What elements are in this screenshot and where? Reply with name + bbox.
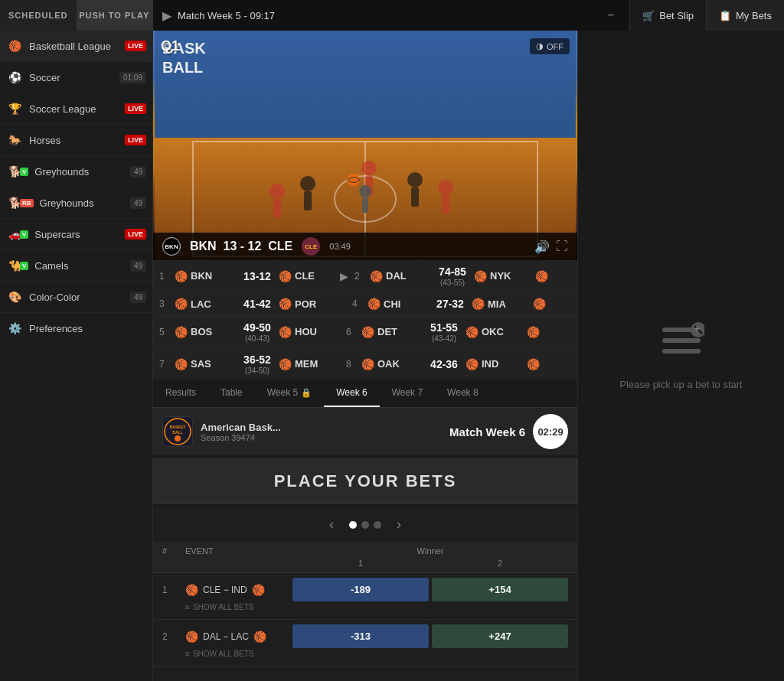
svg-point-24 (175, 435, 181, 442)
sidebar-item-soccer-league[interactable]: 🏆 Soccer League LIVE (0, 93, 152, 125)
sidebar-item-soccer[interactable]: ⚽ Soccer 01:09 (0, 62, 152, 93)
sidebar-item-preferences[interactable]: ⚙️ Preferences (0, 313, 152, 344)
play-icon: ▶ (162, 8, 172, 23)
svg-rect-26 (662, 338, 701, 343)
bet-row-2: 2 🏀 DAL − LAC 🏀 -313 +247 ≡ SHOW ALL BET… (153, 620, 577, 666)
league-info: American Bask... Season 39474 (201, 422, 442, 442)
cart-icon: 🛒 (642, 10, 655, 21)
bets-table-header: # EVENT Winner 1 2 (153, 542, 577, 573)
show-all-bets-2[interactable]: ≡ SHOW ALL BETS (162, 648, 568, 661)
svg-text:+: + (694, 324, 700, 334)
sidebar-item-color-color[interactable]: 🎨 Color-Color 49 (0, 282, 152, 313)
top-bar-main: ▶ Match Week 5 - 09:17 − (153, 0, 629, 31)
cle-logo: CLE (302, 237, 320, 256)
match-week-label: Match Week 6 (449, 425, 525, 438)
page-dots (349, 521, 381, 529)
bet-event-1: 🏀 CLE − IND 🏀 (185, 584, 292, 596)
main-content: BASK BALL Q1 ◑ OFF BKN BKN 13 - 12 CLE (153, 31, 577, 681)
tabs-bar: Results Table Week 5 🔒 Week 6 Week 7 Wee… (153, 380, 577, 408)
minimize-button[interactable]: − (601, 8, 620, 22)
push-to-play-button[interactable]: PUSH TO PLAY (77, 0, 153, 31)
bkn-logo: BKN (162, 237, 181, 256)
list-icon: ≡ (185, 603, 190, 611)
gear-icon: ⚙️ (6, 320, 23, 337)
sidebar-item-greyhounds1[interactable]: 🐕 V Greyhounds 49 (0, 156, 152, 187)
camera-toggle[interactable]: ◑ OFF (530, 38, 570, 54)
svg-rect-27 (662, 349, 701, 354)
my-bets-button[interactable]: 📋 My Bets (706, 0, 784, 31)
countdown-timer: 02:29 (533, 414, 568, 449)
scores-table: 1 🏀 BKN 13-12 🏀 CLE ▶ 2 🏀 DAL (153, 260, 577, 380)
play-match-button[interactable]: ▶ (340, 270, 348, 282)
match-title: Match Week 5 - 09:17 (178, 10, 275, 21)
lock-icon: 🔒 (301, 388, 312, 398)
sidebar-item-camels[interactable]: 🐪 V Camels 49 (0, 250, 152, 282)
table-row: 5 🏀 BOS 49-50 (40-43) 🏀 HOU 6 🏀 DET (153, 316, 577, 348)
table-row: 3 🏀 LAC 41-42 🏀 POR 4 🏀 CHI (153, 292, 577, 316)
odds-btn-2-1[interactable]: -313 (292, 624, 429, 648)
odds-btn-1-2[interactable]: +154 (432, 578, 568, 601)
scheduled-button[interactable]: SCHEDULED (0, 0, 77, 31)
svg-point-9 (407, 172, 423, 187)
svg-point-17 (348, 174, 360, 186)
toggle-icon: ◑ (536, 41, 544, 51)
league-logo: BASKET BALL (162, 416, 193, 447)
sidebar-item-basketball[interactable]: 🏀 Basketball League LIVE (0, 31, 152, 62)
svg-rect-10 (411, 187, 419, 207)
tab-week6[interactable]: Week 6 (324, 380, 379, 407)
sidebar-item-greyhounds2[interactable]: 🐕 RB Greyhounds 49 (0, 187, 152, 219)
league-season: Season 39474 (201, 433, 442, 442)
bet-row-1: 1 🏀 CLE − IND 🏀 -189 +154 ≡ SHOW ALL BET… (153, 573, 577, 620)
dot-2[interactable] (361, 521, 369, 529)
bets-section: # EVENT Winner 1 2 1 🏀 CLE − IND (153, 542, 577, 681)
svg-point-7 (361, 161, 377, 176)
right-panel: + Please pick up a bet to start (577, 31, 784, 681)
top-bar: SCHEDULED PUSH TO PLAY ▶ Match Week 5 - … (0, 0, 784, 31)
odds-btn-2-2[interactable]: +247 (432, 624, 568, 648)
bet-odds-2: -313 +247 (292, 624, 568, 648)
odds-btn-1-1[interactable]: -189 (292, 578, 429, 601)
score-bar: BKN BKN 13 - 12 CLE CLE 03:49 🔊 ⛶ (153, 233, 577, 260)
video-controls: 🔊 ⛶ (534, 239, 568, 254)
bet-odds-1: -189 +154 (292, 578, 568, 601)
match-week-header: BASKET BALL American Bask... Season 3947… (153, 408, 577, 455)
tab-table[interactable]: Table (208, 380, 255, 407)
tab-week7[interactable]: Week 7 (380, 380, 435, 407)
color-icon: 🎨 (6, 288, 23, 305)
svg-rect-16 (362, 197, 368, 213)
dot-3[interactable] (374, 521, 381, 529)
dot-1[interactable] (349, 521, 357, 529)
sidebar-item-horses[interactable]: 🐎 Horses LIVE (0, 125, 152, 156)
trophy-icon: 🏆 (6, 100, 23, 117)
show-all-bets-1[interactable]: ≡ SHOW ALL BETS (162, 601, 568, 614)
receipt-icon: 📋 (719, 10, 731, 21)
tab-week8[interactable]: Week 8 (435, 380, 490, 407)
video-feed: BASK BALL (153, 31, 577, 260)
volume-icon[interactable]: 🔊 (534, 239, 550, 254)
top-bar-right: 🛒 Bet Slip 📋 My Bets (629, 0, 784, 31)
soccer-icon: ⚽ (6, 69, 23, 86)
svg-text:BASKET: BASKET (170, 425, 186, 429)
next-page-button[interactable]: › (390, 513, 407, 536)
fullscreen-icon[interactable]: ⛶ (556, 239, 568, 253)
team2-entry: 🏀 CLE (279, 270, 340, 282)
bet-slip-button[interactable]: 🛒 Bet Slip (629, 0, 706, 31)
svg-point-13 (438, 180, 453, 195)
svg-rect-12 (273, 199, 281, 218)
match-clock: 03:49 (329, 242, 351, 251)
svg-rect-18 (155, 31, 576, 138)
svg-text:BALL: BALL (172, 430, 182, 435)
prev-page-button[interactable]: ‹ (323, 513, 340, 536)
col-num-header: # (162, 546, 185, 568)
svg-point-15 (359, 185, 371, 197)
top-bar-left: SCHEDULED PUSH TO PLAY (0, 0, 153, 31)
winner-group-header: Winner 1 2 (292, 546, 568, 568)
svg-point-5 (300, 176, 315, 191)
horse-icon: 🐎 (6, 132, 23, 148)
tab-results[interactable]: Results (153, 380, 208, 407)
tab-week5[interactable]: Week 5 🔒 (255, 380, 324, 407)
empty-state-text: Please pick up a bet to start (619, 379, 742, 390)
basketball-icon: 🏀 (6, 37, 23, 54)
sidebar-item-supercars[interactable]: 🚗 V Supercars LIVE (0, 219, 152, 250)
pagination: ‹ › (153, 507, 577, 542)
